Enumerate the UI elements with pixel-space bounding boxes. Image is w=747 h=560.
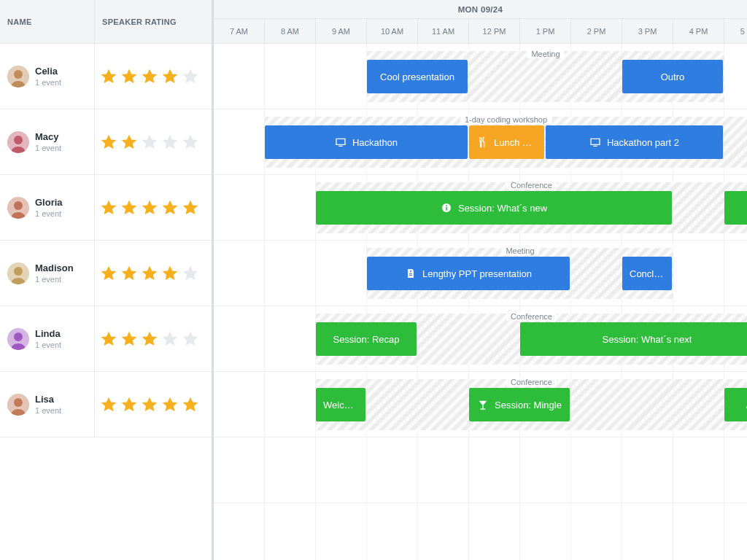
- star-icon[interactable]: [140, 264, 159, 283]
- star-icon[interactable]: [181, 67, 200, 86]
- star-icon[interactable]: [160, 264, 179, 283]
- rating-cell[interactable]: [95, 372, 212, 437]
- header-name: NAME: [0, 0, 95, 43]
- info-icon: [441, 202, 452, 214]
- timeline-row-empty[interactable]: [214, 503, 747, 560]
- person-row[interactable]: Gloria1 event: [0, 175, 212, 241]
- svg-point-13: [446, 205, 447, 206]
- person-name-cell: Lisa1 event: [0, 372, 95, 437]
- person-row[interactable]: Madison1 event: [0, 241, 212, 306]
- avatar[interactable]: [7, 262, 29, 284]
- rating-cell[interactable]: [95, 44, 212, 109]
- star-icon[interactable]: [120, 395, 139, 414]
- timeline-row-empty[interactable]: [214, 438, 747, 503]
- star-icon[interactable]: [140, 395, 159, 414]
- event[interactable]: Hackathon part 2: [546, 125, 723, 159]
- event[interactable]: Session: What´s next: [520, 322, 747, 356]
- star-icon[interactable]: [160, 198, 179, 217]
- timeline-row[interactable]: MeetingPLengthy PPT presentationConclusi…: [214, 241, 747, 306]
- hour-cell: 1 PM: [520, 19, 571, 43]
- background-event-label: Meeting: [527, 50, 564, 58]
- person-row[interactable]: Lisa1 event: [0, 372, 212, 438]
- hour-cell: 7 AM: [214, 19, 265, 43]
- svg-point-11: [14, 398, 23, 407]
- star-icon[interactable]: [160, 395, 179, 414]
- star-icon[interactable]: [99, 395, 118, 414]
- star-icon[interactable]: [181, 264, 200, 283]
- svg-point-3: [14, 136, 23, 144]
- avatar[interactable]: [7, 328, 29, 350]
- person-row[interactable]: Celia1 event: [0, 44, 212, 109]
- event[interactable]: Hackathon: [265, 125, 468, 159]
- background-event-label: Conference: [506, 312, 557, 321]
- star-icon[interactable]: [160, 330, 179, 349]
- person-row[interactable]: Linda1 event: [0, 306, 212, 372]
- star-icon[interactable]: [181, 133, 200, 152]
- event[interactable]: PLengthy PPT presentation: [367, 257, 570, 290]
- person-name-cell: Macy1 event: [0, 109, 95, 174]
- person-name: Lisa: [35, 394, 61, 405]
- star-icon[interactable]: [181, 395, 200, 414]
- person-name-block: Linda1 event: [35, 328, 61, 349]
- rating-cell[interactable]: [95, 109, 212, 174]
- event[interactable]: [724, 191, 747, 225]
- star-icon[interactable]: [99, 198, 118, 217]
- timeline-panel[interactable]: MON 09/24 7 AM8 AM9 AM10 AM11 AM12 PM1 P…: [214, 0, 747, 560]
- rating-cell[interactable]: [95, 175, 212, 240]
- person-subtext: 1 event: [35, 275, 74, 284]
- avatar[interactable]: [7, 66, 29, 88]
- star-icon[interactable]: [160, 133, 179, 152]
- event[interactable]: Cool presentation: [367, 60, 468, 93]
- star-icon[interactable]: [140, 133, 159, 152]
- star-icon[interactable]: [160, 67, 179, 86]
- svg-rect-21: [482, 405, 483, 409]
- timeline-date: MON 09/24: [214, 0, 747, 19]
- event-label: Outro: [661, 71, 685, 82]
- star-icon[interactable]: [120, 133, 139, 152]
- event[interactable]: Session: Mingle: [469, 388, 570, 421]
- event[interactable]: Welcome: [316, 388, 365, 421]
- timeline-row[interactable]: ConferenceWelcomeSession: MingleA: [214, 372, 747, 438]
- star-icon[interactable]: [181, 198, 200, 217]
- star-icon[interactable]: [99, 264, 118, 283]
- person-row[interactable]: Macy1 event: [0, 109, 212, 175]
- star-icon[interactable]: [120, 330, 139, 349]
- timeline-body: MeetingCool presentationOutro1-day codin…: [214, 44, 747, 560]
- star-icon[interactable]: [140, 198, 159, 217]
- event[interactable]: A: [724, 388, 747, 421]
- event-label: Lunch break: [494, 137, 537, 148]
- event[interactable]: Session: Recap: [316, 322, 417, 356]
- event[interactable]: Conclusion: [622, 257, 672, 290]
- avatar[interactable]: [7, 394, 29, 416]
- timeline-row[interactable]: 1-day coding workshopHackathonLunch brea…: [214, 109, 747, 175]
- tv-icon: [335, 136, 347, 148]
- event[interactable]: Session: What´s new: [316, 191, 672, 225]
- star-icon[interactable]: [99, 330, 118, 349]
- person-name-block: Celia1 event: [35, 66, 61, 87]
- background-event-label: 1-day coding workshop: [460, 115, 551, 124]
- star-icon[interactable]: [120, 67, 139, 86]
- person-name-block: Macy1 event: [35, 131, 61, 152]
- tv-icon: [589, 136, 601, 148]
- svg-point-9: [14, 332, 23, 341]
- star-icon[interactable]: [140, 330, 159, 349]
- avatar[interactable]: [7, 197, 29, 219]
- star-icon[interactable]: [99, 67, 118, 86]
- event-label: Welcome: [323, 400, 358, 411]
- timeline-row[interactable]: ConferenceSession: RecapSession: What´s …: [214, 306, 747, 372]
- doc-icon: P: [405, 268, 417, 279]
- event[interactable]: Lunch break: [469, 125, 544, 159]
- rating-cell[interactable]: [95, 241, 212, 306]
- star-icon[interactable]: [120, 198, 139, 217]
- star-icon[interactable]: [140, 67, 159, 86]
- timeline-row[interactable]: MeetingCool presentationOutro: [214, 44, 747, 109]
- rating-cell[interactable]: [95, 306, 212, 371]
- avatar[interactable]: [7, 131, 29, 153]
- timeline-row[interactable]: ConferenceSession: What´s new: [214, 175, 747, 241]
- star-icon[interactable]: [120, 264, 139, 283]
- star-icon[interactable]: [181, 330, 200, 349]
- star-icon[interactable]: [99, 133, 118, 152]
- person-name-cell: Linda1 event: [0, 306, 95, 371]
- person-name: Madison: [35, 262, 74, 273]
- event[interactable]: Outro: [622, 60, 723, 93]
